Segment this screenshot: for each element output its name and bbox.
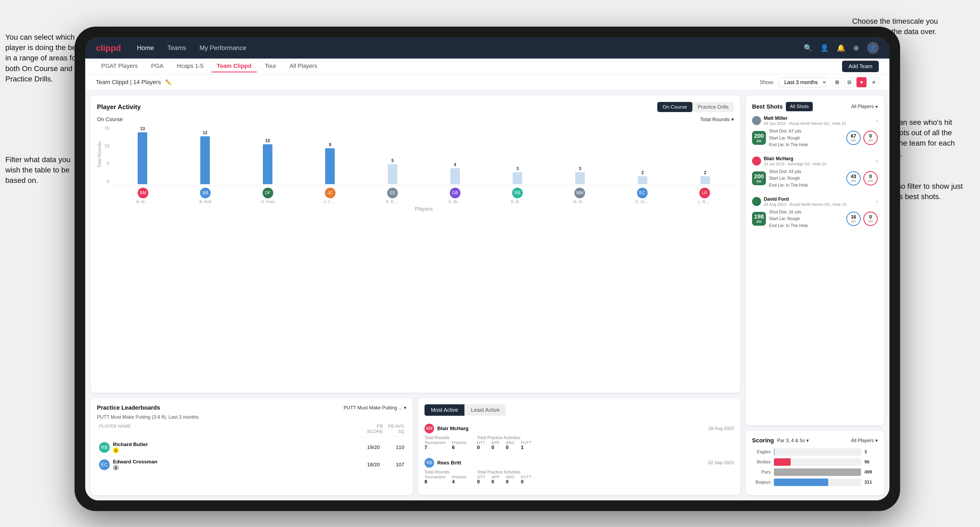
scoring-filter[interactable]: Par 3, 4 & 5s ▾ bbox=[777, 438, 809, 443]
practice-table-header: PLAYER NAME PB SCORE PB AVG SQ bbox=[97, 424, 406, 437]
left-column: Player Activity On Course Practice Drill… bbox=[91, 95, 740, 495]
bogeys-label: Bogeys bbox=[752, 479, 771, 485]
menu-view-icon[interactable]: ≡ bbox=[869, 77, 879, 87]
timescale-select[interactable]: Last 3 months Last month Last 6 months L… bbox=[779, 77, 827, 87]
users-icon[interactable]: 👤 bbox=[820, 44, 829, 52]
avatar[interactable]: 👤 bbox=[867, 42, 879, 54]
top-nav: clippd Home Teams My Performance 🔍 👤 🔔 ⊕… bbox=[85, 37, 889, 59]
nav-teams[interactable]: Teams bbox=[167, 44, 186, 52]
pai-name-1: Blair McHarg bbox=[437, 425, 468, 432]
shot-body-3: 198 SG Shot Dist: 16 yds Start Lie: Roug… bbox=[752, 209, 878, 229]
y-label-10: 10 bbox=[104, 143, 110, 149]
bar-eebert bbox=[388, 164, 397, 184]
bar-gbilling bbox=[450, 168, 460, 184]
on-course-toggle[interactable]: On Course bbox=[657, 102, 692, 112]
tab-pgat[interactable]: PGAT Players bbox=[96, 60, 143, 72]
practice-dropdown[interactable]: PUTT Must Make Putting ... ▾ bbox=[344, 405, 406, 411]
shot-badge-3: 198 SG bbox=[752, 212, 766, 226]
bar-jcoles bbox=[325, 148, 335, 184]
header-player-name: PLAYER NAME bbox=[99, 424, 362, 434]
practice-drills-toggle[interactable]: Practice Drills bbox=[692, 102, 734, 112]
pb-score-2: 18/20 bbox=[358, 462, 380, 468]
scoring-player-filter[interactable]: All Players ▾ bbox=[851, 438, 878, 443]
active-player-2: RB Rees Britt 02 Sep 2023 Total Rounds T… bbox=[425, 454, 734, 489]
metric-result-2: 0 yds bbox=[863, 171, 878, 186]
shot-player-row-1: Matt Miller 09 Jun 2023 · Royal North De… bbox=[752, 116, 878, 125]
tab-team-clippd[interactable]: Team Clippd bbox=[212, 60, 257, 72]
pars-bar bbox=[774, 468, 861, 476]
avatar-gbilling: GB G. Billingham bbox=[426, 187, 484, 204]
practice-title: Practice Leaderboards bbox=[97, 404, 160, 411]
bar-group-gbilling: 4 bbox=[426, 162, 484, 184]
pai-header-1: BM Blair McHarg 26 Aug 2023 bbox=[425, 424, 734, 433]
y-axis-area: Total Rounds 15 10 5 0 bbox=[97, 125, 114, 184]
add-team-button[interactable]: Add Team bbox=[842, 61, 879, 72]
chevron-right-icon-2[interactable]: › bbox=[876, 157, 878, 165]
rank-badge-2: 2 bbox=[113, 465, 119, 471]
bar-group-bbritt: 12 bbox=[176, 130, 234, 184]
eagles-count: 3 bbox=[864, 449, 878, 455]
chevron-down-icon: ▾ bbox=[875, 104, 878, 110]
bar-rbutler bbox=[513, 172, 522, 184]
practice-activities-group-1: Total Practice Activities GTT 0 APP bbox=[477, 435, 531, 450]
annotation-player-select: You can select which player is doing the… bbox=[5, 32, 85, 84]
shot-player-detail-1: 09 Jun 2023 · Royal North Devon GC, Hole… bbox=[764, 121, 873, 125]
most-active-tab[interactable]: Most Active bbox=[425, 404, 465, 416]
total-rounds-label: Total Rounds bbox=[700, 117, 730, 122]
avatar-dford: DF D. Ford bbox=[239, 187, 297, 204]
shot-player-name-3: David Ford bbox=[764, 197, 873, 202]
heart-view-icon[interactable]: ♥ bbox=[856, 77, 867, 87]
header-pb-avg: PB AVG SQ bbox=[383, 424, 404, 434]
bar-group-ecrossman: 2 bbox=[614, 170, 671, 184]
search-icon[interactable]: 🔍 bbox=[804, 44, 812, 52]
nav-home[interactable]: Home bbox=[137, 44, 154, 52]
scoring-row-bogeys: Bogeys 311 bbox=[752, 479, 878, 486]
pai-name-2: Rees Britt bbox=[437, 460, 461, 466]
scoring-player-filter-label: All Players bbox=[851, 438, 874, 443]
bogeys-bar bbox=[774, 479, 828, 486]
all-shots-tab[interactable]: All Shots bbox=[786, 102, 813, 111]
edit-icon[interactable]: ✏️ bbox=[165, 79, 172, 86]
player-rank-2: 2 bbox=[113, 465, 355, 471]
avg-score-1: 110 bbox=[383, 444, 404, 450]
bar-group-lrobertson: 2 bbox=[676, 170, 734, 184]
bell-icon[interactable]: 🔔 bbox=[837, 44, 845, 52]
chevron-down-icon: ▾ bbox=[807, 438, 809, 443]
shot-item-2: Blair McHarg 23 Jul 2023 · Ashridge GC, … bbox=[752, 152, 878, 193]
add-icon[interactable]: ⊕ bbox=[853, 44, 859, 52]
least-active-tab[interactable]: Least Active bbox=[465, 404, 506, 416]
grid-view-icon[interactable]: ⊞ bbox=[832, 77, 842, 87]
team-header-row: Team Clippd | 14 Players ✏️ Show: Last 3… bbox=[85, 75, 889, 90]
tab-all-players[interactable]: All Players bbox=[284, 60, 323, 72]
activity-card-header: Player Activity On Course Practice Drill… bbox=[97, 102, 734, 112]
bars-row: 13 12 10 bbox=[114, 125, 734, 184]
chevron-down-icon: ▾ bbox=[404, 405, 406, 411]
bar-bmcharg bbox=[138, 132, 147, 184]
all-players-filter[interactable]: All Players ▾ bbox=[851, 104, 878, 110]
activity-title: Player Activity bbox=[97, 103, 141, 111]
tab-pga[interactable]: PGA bbox=[146, 60, 169, 72]
y-label-0: 0 bbox=[107, 179, 109, 184]
tab-tour[interactable]: Tour bbox=[259, 60, 282, 72]
scoring-header: Scoring Par 3, 4 & 5s ▾ All Players ▾ bbox=[752, 437, 878, 444]
shot-player-row-2: Blair McHarg 23 Jul 2023 · Ashridge GC, … bbox=[752, 156, 878, 166]
chevron-down-icon: ▾ bbox=[731, 116, 734, 122]
shot-player-name-1: Matt Miller bbox=[764, 116, 873, 121]
right-column: Best Shots All Shots All Players ▾ bbox=[746, 95, 884, 495]
avatar-img: JC bbox=[325, 187, 336, 198]
avatar-img: BB bbox=[200, 187, 211, 198]
tab-hcaps[interactable]: Hcaps 1-5 bbox=[172, 60, 209, 72]
shot-player-detail-2: 23 Jul 2023 · Ashridge GC, Hole 15 bbox=[764, 162, 873, 166]
chevron-right-icon-1[interactable]: › bbox=[876, 117, 878, 124]
list-view-icon[interactable]: ⊟ bbox=[844, 77, 854, 87]
pai-header-2: RB Rees Britt 02 Sep 2023 bbox=[425, 458, 734, 468]
metric-result-3: 0 yds bbox=[863, 211, 878, 226]
shot-item-3: David Ford 24 Aug 2023 · Royal North Dev… bbox=[752, 193, 878, 229]
avatars-row: BM B. McHarg BB B. Britt DF D. Ford bbox=[114, 187, 734, 204]
pai-avatar-1: BM bbox=[425, 424, 434, 433]
eagles-bar-wrap bbox=[774, 448, 861, 456]
nav-my-performance[interactable]: My Performance bbox=[199, 44, 247, 52]
shot-metrics-1: 67 yds 0 yds bbox=[846, 131, 878, 145]
total-rounds-dropdown[interactable]: Total Rounds ▾ bbox=[700, 116, 734, 122]
chevron-right-icon-3[interactable]: › bbox=[876, 198, 878, 205]
